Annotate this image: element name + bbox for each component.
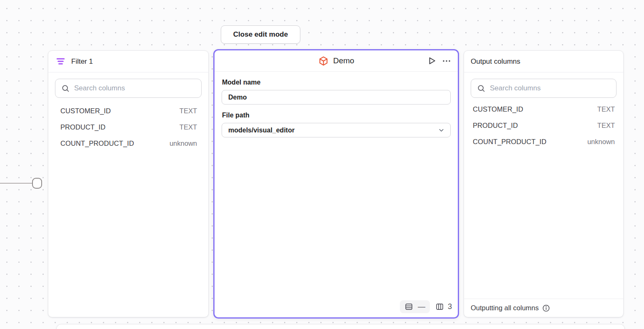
file-path-label: File path	[222, 112, 451, 119]
connection-edge	[0, 183, 33, 184]
column-row[interactable]: COUNT_PRODUCT_ID unknown	[48, 135, 208, 152]
output-panel-title: Output columns	[471, 57, 520, 66]
search-icon	[477, 84, 486, 93]
output-footer-text: Outputting all columns	[471, 304, 539, 312]
chevron-down-icon	[438, 127, 445, 134]
column-name: CUSTOMER_ID	[473, 105, 523, 113]
output-column-list: CUSTOMER_ID TEXT PRODUCT_ID TEXT COUNT_P…	[464, 101, 623, 150]
output-panel-footer: Outputting all columns	[464, 299, 623, 317]
model-panel-body: Model name File path models/visual_edito…	[215, 72, 458, 144]
model-panel-title: Demo	[333, 56, 354, 65]
model-panel-stats: — 3	[400, 300, 452, 313]
filter-search-box	[55, 79, 202, 98]
model-node-panel[interactable]: Demo Model name File path	[213, 49, 459, 319]
column-row[interactable]: PRODUCT_ID TEXT	[48, 119, 208, 135]
filter-node-panel[interactable]: Filter 1 CUSTOMER_ID TEXT PRODUCT_ID TEX…	[48, 50, 209, 317]
output-columns-panel[interactable]: Output columns CUSTOMER_ID TEXT PRODUCT_…	[464, 50, 624, 317]
more-options-button[interactable]	[440, 55, 453, 67]
column-row[interactable]: PRODUCT_ID TEXT	[464, 117, 623, 134]
cube-icon	[318, 56, 329, 66]
run-button[interactable]	[425, 55, 438, 67]
output-search-input[interactable]	[490, 84, 610, 92]
column-name: COUNT_PRODUCT_ID	[473, 138, 547, 146]
model-panel-actions	[425, 50, 453, 71]
search-icon	[61, 84, 70, 93]
model-name-input[interactable]	[222, 90, 451, 105]
column-name: PRODUCT_ID	[473, 122, 518, 130]
model-panel-header: Demo	[215, 50, 458, 72]
info-icon[interactable]	[542, 304, 550, 312]
column-row[interactable]: CUSTOMER_ID TEXT	[48, 103, 208, 119]
row-count-value: —	[418, 302, 425, 311]
column-name: PRODUCT_ID	[60, 123, 105, 131]
output-search-box	[471, 79, 617, 98]
column-type: TEXT	[597, 105, 615, 113]
rows-icon	[404, 302, 413, 311]
connection-handle[interactable]	[32, 178, 42, 189]
filter-column-list: CUSTOMER_ID TEXT PRODUCT_ID TEXT COUNT_P…	[48, 103, 208, 152]
file-path-value: models/visual_editor	[228, 127, 295, 134]
filter-panel-title: Filter 1	[71, 57, 93, 66]
row-count-toggle[interactable]: —	[400, 300, 430, 313]
filter-lines-icon	[55, 57, 66, 66]
column-type: unknown	[587, 138, 615, 146]
close-edit-mode-button[interactable]: Close edit mode	[221, 25, 300, 44]
model-panel-title-group: Demo	[318, 56, 354, 66]
bottom-node-panel[interactable]	[56, 324, 625, 329]
canvas[interactable]: Close edit mode Filter 1 CUSTOMER_ID TEX…	[0, 0, 644, 329]
column-type: unknown	[170, 140, 197, 147]
column-row[interactable]: COUNT_PRODUCT_ID unknown	[464, 134, 623, 150]
columns-icon	[435, 302, 444, 311]
column-count-value: 3	[448, 302, 452, 311]
model-name-label: Model name	[222, 79, 451, 86]
column-count-toggle[interactable]: 3	[435, 302, 452, 311]
column-type: TEXT	[597, 122, 615, 130]
output-panel-header: Output columns	[464, 51, 623, 72]
filter-panel-header: Filter 1	[48, 51, 208, 72]
column-name: CUSTOMER_ID	[60, 107, 111, 115]
column-type: TEXT	[180, 123, 197, 131]
column-name: COUNT_PRODUCT_ID	[60, 140, 134, 147]
file-path-select[interactable]: models/visual_editor	[222, 123, 451, 137]
column-row[interactable]: CUSTOMER_ID TEXT	[464, 101, 623, 117]
column-type: TEXT	[180, 107, 197, 115]
filter-search-input[interactable]	[74, 84, 195, 92]
